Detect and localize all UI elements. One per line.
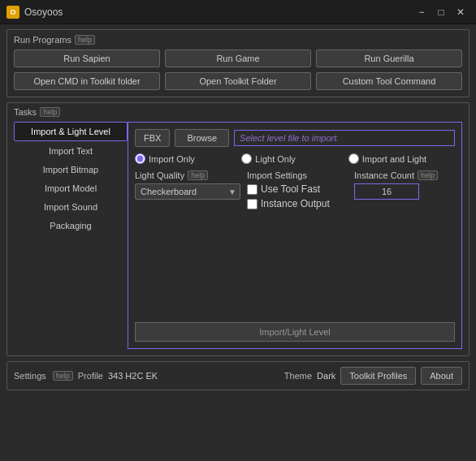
panel-spacer — [135, 216, 455, 316]
run-sapien-button[interactable]: Run Sapien — [14, 50, 160, 67]
profile-value: 343 H2C EK — [108, 371, 158, 381]
light-quality-help[interactable]: help — [188, 170, 208, 180]
radio-import-and-light-input[interactable] — [348, 153, 359, 164]
instance-output-checkbox[interactable] — [247, 199, 257, 209]
sidebar-item-import-sound[interactable]: Import Sound — [14, 198, 128, 216]
settings-row: Light Quality help Checkerboard Draft Lo… — [135, 170, 455, 209]
sidebar-item-packaging[interactable]: Packaging — [14, 217, 128, 235]
theme-label: Theme — [284, 371, 312, 381]
sidebar-item-import-model[interactable]: Import Model — [14, 179, 128, 197]
instance-count-input[interactable]: 16 — [354, 183, 419, 200]
import-only-col: Import Only — [135, 153, 241, 164]
radio-import-only-input[interactable] — [135, 153, 145, 164]
radio-light-only-input[interactable] — [241, 153, 252, 164]
minimize-button[interactable]: − — [413, 3, 431, 21]
custom-tool-command-button[interactable]: Custom Tool Command — [316, 72, 462, 90]
import-light-level-button[interactable]: Import/Light Level — [135, 322, 455, 342]
instance-count-help[interactable]: help — [418, 170, 438, 180]
import-btn-row: Import/Light Level — [135, 322, 455, 342]
radio-import-and-light[interactable]: Import and Light — [348, 153, 455, 164]
window-controls: − □ ✕ — [413, 3, 470, 21]
use-tool-fast-row[interactable]: Use Tool Fast — [247, 183, 348, 195]
radio-options-row: Import Only Light Only Import and Light — [135, 153, 455, 164]
fbx-button[interactable]: FBX — [135, 129, 170, 147]
open-cmd-button[interactable]: Open CMD in Toolkit folder — [14, 72, 160, 90]
instance-output-row[interactable]: Instance Output — [247, 198, 348, 209]
app-icon: O — [6, 6, 19, 19]
import-settings-label: Import Settings — [247, 170, 348, 180]
light-quality-panel: Light Quality help Checkerboard Draft Lo… — [135, 170, 240, 200]
tasks-section: Tasks help Import & Light Level Import T… — [6, 102, 470, 356]
settings-section: Settings help Profile 343 H2C EK Theme D… — [6, 361, 470, 390]
tasks-label: Tasks help — [14, 107, 462, 117]
use-tool-fast-checkbox[interactable] — [247, 184, 257, 195]
import-settings-panel: Import Settings Use Tool Fast Instance O… — [247, 170, 348, 209]
radio-light-only[interactable]: Light Only — [241, 153, 348, 164]
tasks-help[interactable]: help — [40, 107, 60, 117]
open-toolkit-button[interactable]: Open Toolkit Folder — [165, 72, 311, 90]
tasks-main-panel: FBX Browse Select level file to import. … — [128, 122, 462, 349]
run-programs-help[interactable]: help — [75, 35, 95, 45]
theme-value: Dark — [317, 371, 335, 381]
settings-label: Settings help — [14, 371, 73, 381]
tasks-sidebar: Import & Light Level Import Text Import … — [14, 122, 128, 349]
instance-count-label-row: Instance Count help — [354, 170, 455, 180]
toolkit-profiles-button[interactable]: Toolkit Profiles — [340, 367, 416, 385]
light-only-col: Light Only — [241, 153, 348, 164]
settings-help[interactable]: help — [53, 371, 73, 381]
light-quality-select-wrapper: Checkerboard Draft Low Medium High Super… — [135, 183, 240, 200]
title-bar: O Osoyoos − □ ✕ — [0, 0, 476, 24]
maximize-button[interactable]: □ — [432, 3, 450, 21]
sidebar-item-import-bitmap[interactable]: Import Bitmap — [14, 161, 128, 179]
import-and-light-col: Import and Light — [348, 153, 455, 164]
light-quality-label: Light Quality help — [135, 170, 240, 180]
file-select-display: Select level file to import. — [234, 130, 455, 146]
profile-label: Profile — [78, 371, 103, 381]
run-programs-label: Run Programs help — [14, 35, 462, 45]
run-guerilla-button[interactable]: Run Guerilla — [316, 50, 462, 67]
light-quality-select[interactable]: Checkerboard Draft Low Medium High Super — [135, 183, 240, 200]
close-button[interactable]: ✕ — [452, 3, 470, 21]
radio-import-only[interactable]: Import Only — [135, 153, 241, 164]
settings-row: Settings help Profile 343 H2C EK Theme D… — [14, 367, 462, 385]
app-title: Osoyoos — [24, 6, 413, 18]
fbx-browse-row: FBX Browse Select level file to import. — [135, 129, 455, 147]
instance-output-label: Instance Output — [261, 198, 330, 209]
use-tool-fast-label: Use Tool Fast — [261, 183, 320, 195]
instance-count-panel: Instance Count help 16 — [354, 170, 455, 200]
browse-button[interactable]: Browse — [175, 129, 229, 147]
sidebar-item-import-light[interactable]: Import & Light Level — [14, 122, 128, 141]
about-button[interactable]: About — [421, 367, 462, 385]
sidebar-item-import-text[interactable]: Import Text — [14, 142, 128, 160]
run-programs-section: Run Programs help Run Sapien Run Game Ru… — [6, 29, 470, 97]
run-game-button[interactable]: Run Game — [165, 50, 311, 67]
